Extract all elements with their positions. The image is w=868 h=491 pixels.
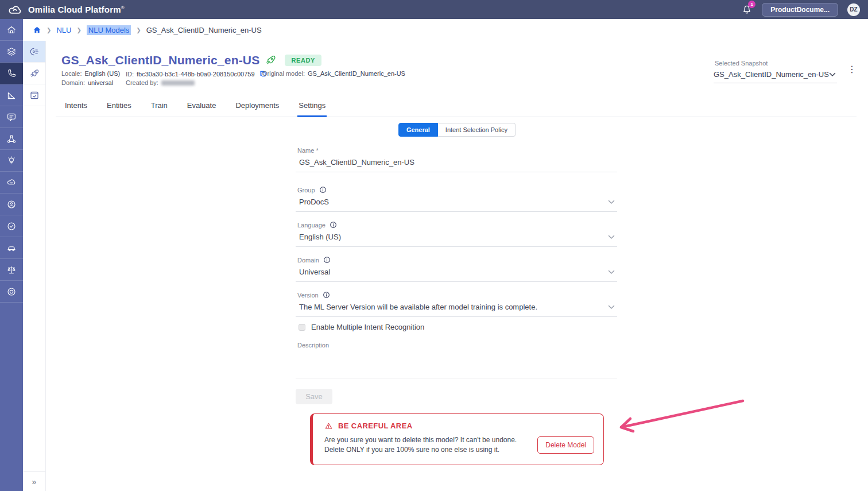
danger-title: BE CAREFUL AREA bbox=[338, 422, 413, 430]
tab-intents[interactable]: Intents bbox=[64, 96, 88, 117]
subsidebar-item-rocket[interactable] bbox=[23, 63, 45, 84]
domain-field: DomainUniversal bbox=[296, 256, 617, 282]
breadcrumb-separator: ❯ bbox=[46, 27, 51, 33]
name-input[interactable]: GS_Ask_ClientID_Numeric_en-US bbox=[296, 158, 617, 172]
sidebar-item-scales[interactable] bbox=[0, 259, 23, 281]
group-field: GroupProDocS bbox=[296, 186, 617, 212]
bulb-icon bbox=[6, 156, 17, 166]
omilia-cloud-logo-icon bbox=[8, 4, 23, 16]
org-selector-button[interactable]: ProductDocume... bbox=[762, 3, 838, 17]
sidebar-item-chat[interactable] bbox=[0, 106, 23, 128]
danger-zone: BE CAREFUL AREA Are you sure you want to… bbox=[310, 413, 604, 465]
delete-model-button[interactable]: Delete Model bbox=[537, 436, 594, 454]
domain-label: Domain bbox=[296, 256, 617, 264]
sidebar-item-cloud[interactable] bbox=[0, 172, 23, 194]
version-field: VersionThe ML Server Version will be ava… bbox=[296, 291, 617, 317]
subsidebar-item-doc-check[interactable] bbox=[23, 84, 45, 106]
chevron-down-icon bbox=[829, 72, 836, 77]
danger-message: Are you sure you want to delete this mod… bbox=[324, 435, 517, 455]
tab-entities[interactable]: Entities bbox=[106, 96, 133, 117]
group-select[interactable]: ProDocS bbox=[296, 198, 617, 212]
segment-general[interactable]: General bbox=[398, 123, 438, 137]
breadcrumb-item[interactable]: NLU bbox=[56, 26, 71, 34]
subsidebar-item-nlu-model[interactable] bbox=[23, 41, 45, 63]
snapshot-label: Selected Snapshot bbox=[714, 60, 837, 67]
warning-triangle-icon bbox=[324, 422, 333, 430]
chevron-down-icon bbox=[608, 305, 615, 310]
kebab-menu-icon[interactable]: ⋮ bbox=[847, 65, 857, 74]
info-icon[interactable] bbox=[330, 221, 337, 229]
sidebar-item-layers[interactable] bbox=[0, 41, 23, 63]
rocket-icon bbox=[265, 55, 277, 66]
notification-count-badge: 1 bbox=[748, 1, 755, 8]
sidebar-expand-button[interactable]: » bbox=[23, 471, 45, 491]
multiple-intent-checkbox[interactable] bbox=[299, 324, 305, 331]
rocket-icon bbox=[29, 68, 40, 79]
tab-deployments[interactable]: Deployments bbox=[234, 96, 280, 117]
name-label: Name * bbox=[296, 147, 617, 154]
sidebar-item-target[interactable] bbox=[0, 281, 23, 303]
meta-original-model: Original model:GS_Ask_ClientID_Numeric_e… bbox=[262, 70, 405, 77]
info-icon[interactable] bbox=[323, 291, 330, 299]
sidebar-item-phone[interactable] bbox=[0, 63, 23, 84]
meta-id: ID:fbc30a30-b3c1-448b-b0a0-208150c00759 bbox=[126, 70, 266, 78]
general-settings-form: Enable Multiple Intent Recognition Descr… bbox=[296, 145, 617, 415]
info-icon[interactable] bbox=[323, 256, 331, 264]
sidebar-item-badge-check[interactable] bbox=[0, 215, 23, 237]
tab-settings[interactable]: Settings bbox=[297, 96, 327, 117]
chat-icon bbox=[6, 112, 17, 122]
tab-train[interactable]: Train bbox=[150, 96, 169, 117]
version-label: Version bbox=[296, 291, 617, 299]
nlu-model-icon bbox=[29, 47, 40, 57]
domain-select[interactable]: Universal bbox=[296, 268, 617, 282]
version-select[interactable]: The ML Server Version will be available … bbox=[296, 303, 617, 317]
meta-domain: Domain:universal bbox=[61, 79, 113, 86]
snapshot-value: GS_Ask_ClientID_Numeric_en-US bbox=[714, 70, 829, 79]
breadcrumb-item[interactable]: NLU Models bbox=[87, 25, 131, 35]
save-button[interactable]: Save bbox=[296, 389, 332, 404]
breadcrumb: ❯NLU❯NLU Models❯GS_Ask_ClientID_Numeric_… bbox=[23, 19, 868, 41]
description-input[interactable] bbox=[296, 349, 617, 378]
group-label: Group bbox=[296, 186, 617, 194]
settings-segments: GeneralIntent Selection Policy bbox=[46, 123, 868, 137]
breadcrumb-separator: ❯ bbox=[76, 27, 81, 33]
sidebar-item-bulb[interactable] bbox=[0, 150, 23, 172]
model-title-row: GS_Ask_ClientID_Numeric_en-US READY bbox=[61, 53, 321, 67]
description-field: Description bbox=[296, 342, 617, 378]
sidebar-item-molecule[interactable] bbox=[0, 128, 23, 150]
notifications-bell-icon[interactable]: 1 bbox=[741, 4, 753, 16]
home-icon[interactable] bbox=[33, 26, 41, 34]
meta-created-by: Created by: bbox=[126, 79, 195, 86]
user-avatar[interactable]: DZ bbox=[847, 3, 860, 16]
language-select[interactable]: English (US) bbox=[296, 233, 617, 247]
description-label: Description bbox=[296, 342, 617, 349]
multiple-intent-row: Enable Multiple Intent Recognition bbox=[296, 323, 424, 331]
sidebar-item-ruler[interactable] bbox=[0, 84, 23, 106]
sidebar-item-home[interactable] bbox=[0, 19, 23, 41]
phone-icon bbox=[6, 68, 17, 79]
sidebar-item-gear-person[interactable] bbox=[0, 194, 23, 215]
car-icon bbox=[6, 243, 17, 253]
status-badge: READY bbox=[285, 55, 321, 66]
home-icon bbox=[6, 25, 17, 35]
gear-person-icon bbox=[6, 199, 17, 210]
info-icon[interactable] bbox=[319, 186, 327, 194]
snapshot-dropdown[interactable]: GS_Ask_ClientID_Numeric_en-US bbox=[714, 70, 837, 83]
chevron-down-icon bbox=[608, 200, 615, 204]
main-sidebar bbox=[0, 19, 23, 491]
tab-evaluate[interactable]: Evaluate bbox=[186, 96, 218, 117]
sidebar-item-car[interactable] bbox=[0, 237, 23, 259]
breadcrumb-separator: ❯ bbox=[136, 27, 141, 33]
molecule-icon bbox=[6, 134, 17, 144]
model-tabs: IntentsEntitiesTrainEvaluateDeploymentsS… bbox=[56, 96, 857, 117]
annotation-arrow bbox=[612, 395, 750, 436]
badge-check-icon bbox=[6, 221, 17, 231]
ruler-icon bbox=[6, 90, 17, 100]
snapshot-selector: Selected Snapshot GS_Ask_ClientID_Numeri… bbox=[714, 60, 837, 83]
double-chevron-right-icon: » bbox=[32, 477, 37, 486]
language-field: LanguageEnglish (US) bbox=[296, 221, 617, 247]
chevron-down-icon bbox=[608, 235, 615, 239]
meta-locale: Locale:English (US) bbox=[61, 70, 120, 77]
segment-intent-selection-policy[interactable]: Intent Selection Policy bbox=[438, 123, 516, 137]
target-icon bbox=[6, 287, 17, 297]
